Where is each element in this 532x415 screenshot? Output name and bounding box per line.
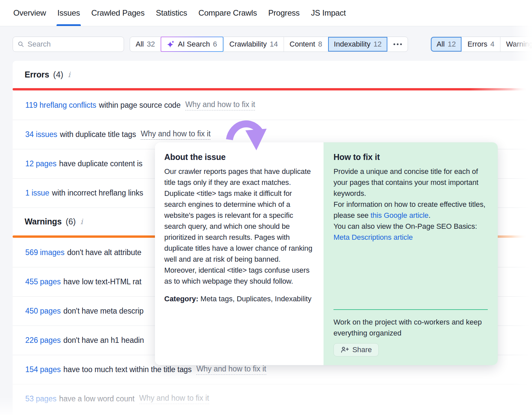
filter-count: 32 xyxy=(147,40,155,49)
fix-text: You can also view the On-Page SEO Basics… xyxy=(333,222,477,230)
issue-text: have low text-HTML rat xyxy=(64,277,142,286)
issue-link[interactable]: 53 pages xyxy=(25,394,57,403)
filter-count: 12 xyxy=(373,40,381,49)
filter-label: All xyxy=(437,40,445,49)
top-navigation: Overview Issues Crawled Pages Statistics… xyxy=(0,0,532,26)
about-heading: About the issue xyxy=(164,152,315,162)
issue-link[interactable]: 34 issues xyxy=(25,130,57,139)
how-to-fix-panel: How to fix it Provide a unique and conci… xyxy=(324,142,498,365)
filter-all-severity[interactable]: All 12 xyxy=(431,37,462,52)
spacer xyxy=(333,243,488,309)
fix-paragraph: Provide a unique and concise title for e… xyxy=(333,166,488,199)
filter-label: Content xyxy=(290,40,315,49)
tab-compare-crawls[interactable]: Compare Crawls xyxy=(199,0,257,26)
issue-link[interactable]: 455 pages xyxy=(25,277,61,286)
search-icon xyxy=(18,41,24,48)
filter-indexability[interactable]: Indexability 12 xyxy=(328,37,387,52)
tab-statistics[interactable]: Statistics xyxy=(156,0,187,26)
severity-filter-group: All 12 Errors 4 Warnings xyxy=(431,37,532,52)
issue-details-popup: About the issue Our crawler reports page… xyxy=(155,142,498,365)
errors-severity-bar xyxy=(13,88,532,90)
about-the-issue-panel: About the issue Our crawler reports page… xyxy=(155,142,324,365)
category-filter-group: All 32 AI Search 6 Crawlability 14 Conte… xyxy=(130,37,408,52)
issue-text: have a low word count xyxy=(59,394,135,403)
share-label: Share xyxy=(352,346,372,354)
why-how-to-fix-link[interactable]: Why and how to fix it xyxy=(196,364,266,375)
green-divider xyxy=(333,309,488,310)
filter-count: 4 xyxy=(490,40,494,49)
ellipsis-icon xyxy=(393,43,402,46)
about-paragraph: Moreover, identical <title> tags confuse… xyxy=(164,265,315,287)
fix-text: . xyxy=(429,211,431,219)
issue-text: don't have alt attribute xyxy=(67,248,141,257)
filter-count: 6 xyxy=(213,40,217,49)
issue-link[interactable]: 1 issue xyxy=(25,189,49,198)
filter-ai-search[interactable]: AI Search 6 xyxy=(161,37,223,52)
issue-text: within page source code xyxy=(99,101,181,110)
share-button[interactable]: Share xyxy=(333,343,379,356)
filter-label: All xyxy=(136,40,144,49)
filter-errors[interactable]: Errors 4 xyxy=(462,37,500,52)
tab-issues[interactable]: Issues xyxy=(57,0,80,26)
category-line: Category: Meta tags, Duplicates, Indexab… xyxy=(164,293,315,304)
category-value: Meta tags, Duplicates, Indexability xyxy=(199,295,312,303)
info-icon[interactable]: i xyxy=(80,217,83,226)
fix-heading: How to fix it xyxy=(333,152,488,162)
fix-paragraph: You can also view the On-Page SEO Basics… xyxy=(333,221,488,243)
filter-crawlability[interactable]: Crawlability 14 xyxy=(223,37,284,52)
why-how-to-fix-link[interactable]: Why and how to fix it xyxy=(141,129,210,140)
site-audit-issues-page: Overview Issues Crawled Pages Statistics… xyxy=(0,0,532,415)
tab-progress[interactable]: Progress xyxy=(268,0,300,26)
filter-all-categories[interactable]: All 32 xyxy=(130,37,161,52)
meta-descriptions-article-link[interactable]: Meta Descriptions article xyxy=(333,233,413,241)
errors-count: (4) xyxy=(53,70,64,79)
tab-js-impact[interactable]: JS Impact xyxy=(311,0,346,26)
filter-label: Indexability xyxy=(334,40,370,49)
filter-label: Crawlability xyxy=(229,40,267,49)
filter-bar: All 32 AI Search 6 Crawlability 14 Conte… xyxy=(0,26,532,61)
issue-link[interactable]: 119 hreflang conflicts xyxy=(25,101,96,110)
search-box[interactable] xyxy=(13,37,124,52)
issue-text: with duplicate title tags xyxy=(60,130,136,139)
filter-label: AI Search xyxy=(178,40,210,49)
issue-text: have duplicate content is xyxy=(59,159,143,168)
category-label: Category: xyxy=(164,295,199,303)
sparkle-icon xyxy=(167,40,175,48)
info-icon[interactable]: i xyxy=(67,70,70,79)
issue-text: have too much text within the title tags xyxy=(64,365,192,374)
person-add-icon xyxy=(340,346,349,354)
issue-row-hreflang-conflicts: 119 hreflang conflicts within page sourc… xyxy=(13,90,532,120)
warnings-count: (6) xyxy=(66,217,76,226)
team-promo-text: Work on the project with co-workers and … xyxy=(333,317,488,339)
why-how-to-fix-link[interactable]: Why and how to fix it xyxy=(185,100,255,110)
about-paragraph: Our crawler reports pages that have dupl… xyxy=(164,166,315,188)
issue-text: don't have an h1 headin xyxy=(64,336,144,345)
issue-link[interactable]: 12 pages xyxy=(25,159,57,168)
issue-link[interactable]: 226 pages xyxy=(25,336,61,345)
google-article-link[interactable]: this Google article xyxy=(370,211,428,219)
tab-overview[interactable]: Overview xyxy=(13,0,46,26)
errors-title: Errors xyxy=(25,70,49,79)
tab-bar: Overview Issues Crawled Pages Statistics… xyxy=(0,0,532,26)
fix-paragraph: For information on how to create effecti… xyxy=(333,199,488,221)
about-paragraph: Duplicate <title> tags make it difficult… xyxy=(164,188,315,265)
filter-count: 12 xyxy=(448,40,456,49)
filter-label: Warnings xyxy=(506,40,532,49)
filter-count: 8 xyxy=(318,40,322,49)
filter-label: Errors xyxy=(467,40,487,49)
warnings-title: Warnings xyxy=(25,217,62,226)
issue-link[interactable]: 450 pages xyxy=(25,307,61,316)
search-input[interactable] xyxy=(28,40,119,49)
filter-count: 14 xyxy=(270,40,278,49)
filter-content[interactable]: Content 8 xyxy=(284,37,328,52)
more-filters-button[interactable] xyxy=(387,37,408,52)
issue-text: don't have meta descrip xyxy=(64,307,144,316)
why-how-to-fix-link[interactable]: Why and how to fix it xyxy=(139,394,209,404)
tab-crawled-pages[interactable]: Crawled Pages xyxy=(91,0,145,26)
issue-row-low-word-count: 53 pages have a low word count Why and h… xyxy=(13,384,532,413)
issue-text: with incorrect hreflang links xyxy=(52,189,143,198)
errors-section-header: Errors (4) i xyxy=(13,61,532,88)
issue-link[interactable]: 154 pages xyxy=(25,365,61,374)
filter-warnings[interactable]: Warnings xyxy=(500,37,532,52)
issue-link[interactable]: 569 images xyxy=(25,248,65,257)
